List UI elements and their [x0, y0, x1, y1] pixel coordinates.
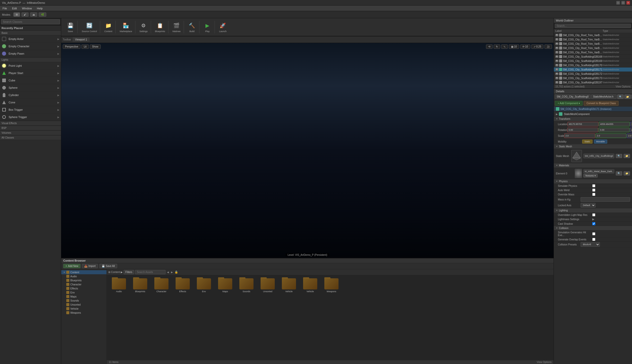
materials-section-header[interactable]: Materials [554, 163, 632, 168]
close-btn[interactable]: ✕ [626, 1, 630, 5]
content-btn[interactable]: 📁 Content [103, 21, 114, 33]
tree-vehicle[interactable]: Vehicle [61, 307, 107, 311]
outliner-search-input[interactable] [555, 24, 631, 28]
mesh-name-input[interactable] [583, 154, 614, 158]
details-name-input[interactable] [555, 95, 591, 99]
minimize-btn[interactable]: ─ [616, 1, 620, 5]
outliner-item-7[interactable]: 👁 SM_COG_City_Scaffolding02B170 StaticMe… [554, 63, 632, 67]
details-class-input[interactable] [591, 95, 617, 99]
folder-env[interactable]: Env [194, 277, 214, 294]
outliner-item-0[interactable]: 👁 SM_COG_City_Roof_Trim_VarB_Middle419 S… [554, 33, 632, 37]
folder-vehicle-1[interactable]: Vehicle [279, 277, 299, 294]
transform-section-header[interactable]: Transform [554, 117, 632, 121]
mesh-browse-btn[interactable]: 📁 [624, 154, 630, 158]
folder-unsorted[interactable]: Unsorted [258, 277, 278, 294]
launch-btn[interactable]: 🚀 Launch [217, 21, 228, 33]
folder-blueprints[interactable]: Blueprints [130, 277, 150, 294]
category-basic[interactable]: Basic [0, 31, 61, 35]
textures-badge[interactable]: Textures ▾ [583, 174, 598, 177]
category-visual-effects[interactable]: Visual Effects [0, 121, 61, 126]
mat-search-btn[interactable]: 🔍 [616, 171, 622, 175]
rotation-y-input[interactable] [599, 128, 629, 132]
grid-snap-btn[interactable]: ▦ 10 [509, 44, 519, 49]
rotate-btn[interactable]: ↻ [494, 44, 500, 49]
settings-btn[interactable]: ⚙ Settings [138, 21, 149, 33]
place-item-player-start[interactable]: Player Start ▶ [0, 70, 61, 77]
place-item-cone[interactable]: Cone ▶ [0, 99, 61, 106]
place-item-empty-actor[interactable]: Empty Actor ▶ [0, 35, 61, 43]
place-item-cylinder[interactable]: Cylinder ▶ [0, 92, 61, 99]
foliage-mode-btn[interactable]: 🌿 [39, 12, 46, 17]
outliner-item-1[interactable]: 👁 SM_COG_City_Roof_Trim_VarB_Middle420 S… [554, 37, 632, 42]
scale-btn[interactable]: ⤡ [501, 44, 508, 49]
cb-nav-back[interactable]: ◄ [166, 270, 170, 274]
cb-search-input[interactable] [135, 270, 165, 274]
cast-shadow-checkbox[interactable] [592, 222, 595, 225]
viewport-tab[interactable]: Viewport 1 [73, 37, 90, 42]
cb-lock-btn[interactable]: 🔒 [175, 270, 178, 274]
menu-help[interactable]: Help [36, 6, 44, 10]
perspective-btn[interactable]: Perspective [63, 44, 80, 49]
category-volumes[interactable]: Volumes [0, 130, 61, 135]
lit-btn[interactable]: Lit [81, 44, 89, 49]
sim-generates-checkbox[interactable] [592, 232, 595, 235]
outliner-item-3[interactable]: 👁 SM_COG_City_Roof_Trim_VarB_Middle458 S… [554, 46, 632, 50]
collision-section-header[interactable]: Collision [554, 226, 632, 231]
viewport-canvas[interactable]: Perspective Lit Show ⟲ ↻ ⤡ ▦ 10 ⟳ 10 ⤢ 0… [61, 43, 554, 258]
outliner-item-4[interactable]: 👁 SM_COG_City_Roof_Trim_VarB_Middle459 S… [554, 50, 632, 55]
scale-z-input[interactable] [627, 133, 632, 138]
tree-weapons[interactable]: Weapons [61, 311, 107, 315]
play-btn[interactable]: ▶ Play [202, 21, 213, 33]
menu-edit[interactable]: Edit [11, 6, 18, 10]
lighting-section-header[interactable]: Lighting [554, 208, 632, 213]
scale-y-input[interactable] [596, 133, 626, 138]
mesh-search-btn[interactable]: 🔍 [616, 154, 622, 158]
place-item-point-light[interactable]: Point Light ▶ [0, 62, 61, 70]
tree-unsorted[interactable]: Unsorted [61, 303, 107, 307]
folder-character[interactable]: Character [151, 277, 172, 294]
scale-snap-btn[interactable]: ⤢ 0.25 [531, 44, 543, 49]
folder-vehicle-2[interactable]: Vehicle [300, 277, 320, 294]
rot-snap-btn[interactable]: ⟳ 10 [520, 44, 530, 49]
lightmass-expand[interactable]: ▶ [592, 218, 594, 221]
tree-effects[interactable]: Effects [61, 286, 107, 290]
menu-file[interactable]: File [2, 6, 8, 10]
physics-section-header[interactable]: Physics [554, 179, 632, 184]
static-btn[interactable]: Static [582, 140, 593, 144]
tree-content[interactable]: ▼ Content [61, 270, 107, 274]
show-btn[interactable]: Show [90, 44, 101, 49]
cb-filter-btn[interactable]: Filters [124, 270, 134, 274]
rotation-z-input[interactable] [630, 128, 632, 132]
rotation-x-input[interactable] [567, 128, 598, 132]
camera-speed-btn[interactable]: 🎥 [544, 44, 552, 49]
save-all-btn[interactable]: 💾 Save All [99, 264, 117, 268]
folder-maps[interactable]: Maps [215, 277, 235, 294]
place-item-cube[interactable]: Cube ▶ [0, 77, 61, 84]
location-y-input[interactable] [599, 122, 630, 126]
mat-browse-btn[interactable]: 📁 [624, 171, 630, 175]
menu-window[interactable]: Window [21, 6, 33, 10]
category-bsp[interactable]: BSP [0, 126, 61, 130]
category-all-classes[interactable]: All Classes [0, 135, 61, 140]
convert-bp-btn[interactable]: Convert to Blueprint Class [584, 101, 619, 106]
place-item-empty-pawn[interactable]: Empty Pawn ▶ [0, 50, 61, 57]
maximize-btn[interactable]: □ [621, 1, 625, 5]
outliner-item-6[interactable]: 👁 SM_COG_City_Scaffolding02B169 StaticMe… [554, 59, 632, 63]
override-mass-checkbox[interactable] [592, 193, 595, 196]
folder-weapons[interactable]: Weapons [321, 277, 342, 294]
add-new-btn[interactable]: + Add New [63, 264, 80, 268]
locked-axis-select[interactable]: Default None X Y Z [581, 203, 596, 208]
matinee-btn[interactable]: 🎬 Matinee [171, 21, 182, 33]
place-mode-btn[interactable]: ⊞ [13, 12, 20, 17]
marketplace-btn[interactable]: 🏪 Marketplace [118, 21, 134, 33]
location-x-input[interactable] [567, 122, 598, 126]
simulate-physics-checkbox[interactable] [592, 184, 595, 187]
folder-effects[interactable]: Effects [173, 277, 193, 294]
folder-sounds[interactable]: Sounds [236, 277, 257, 294]
static-mesh-section-header[interactable]: Static Mesh [554, 144, 632, 149]
save-btn[interactable]: 💾 Save [65, 21, 76, 33]
landscape-mode-btn[interactable]: ⛰ [30, 12, 37, 17]
place-item-empty-character[interactable]: Empty Character ▶ [0, 43, 61, 50]
outliner-view-options[interactable]: View Options [616, 85, 630, 88]
movable-btn[interactable]: Movable [594, 140, 607, 144]
